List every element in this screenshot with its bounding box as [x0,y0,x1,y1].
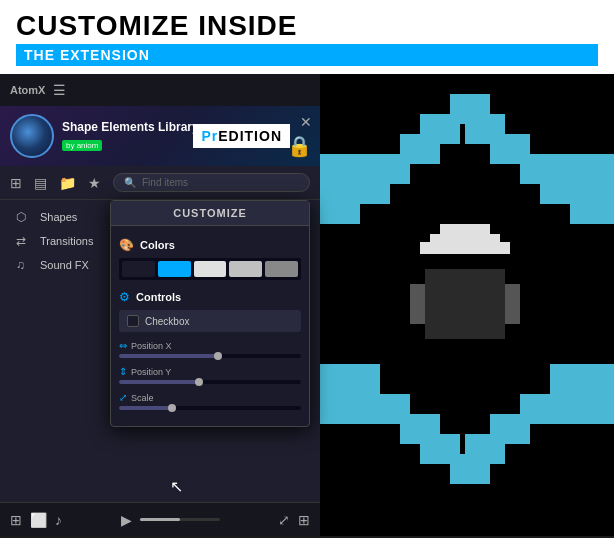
color-swatch-silver[interactable] [229,261,262,277]
svg-rect-9 [570,194,614,224]
svg-rect-17 [420,242,510,254]
checkbox[interactable] [127,315,139,327]
customize-body: 🎨 Colors ⚙ Controls [111,226,309,426]
left-panel: AtomX ☰ Shape Elements Library by aniom … [0,74,320,536]
position-y-fill [119,380,201,384]
search-placeholder: Find items [142,177,188,188]
color-swatch-light[interactable] [194,261,227,277]
color-swatch-gray[interactable] [265,261,298,277]
shapes-icon: ⬡ [16,210,32,224]
svg-rect-26 [570,364,614,424]
grid-icon[interactable]: ▤ [34,175,47,191]
colors-section-label: 🎨 Colors [119,238,301,252]
cursor: ↖ [170,477,183,496]
preview-svg [320,74,614,536]
scale-label-row: ⤢ Scale [119,392,301,403]
atomx-topbar: AtomX ☰ [0,74,320,106]
bottom-bar-center: ▶ [62,512,278,528]
extension-banner: Shape Elements Library by aniom PrEDITIO… [0,106,320,166]
color-swatch-blue[interactable] [158,261,191,277]
position-x-fill [119,354,219,358]
position-x-slider: ⇔ Position X [119,340,301,358]
position-y-icon: ⇕ [119,366,127,377]
header-banner: CUSTOMIZE INSIDE THE EXTENSION [0,0,614,74]
svg-rect-14 [460,94,490,124]
search-box[interactable]: 🔍 Find items [113,173,310,192]
progress-bar[interactable] [140,518,220,521]
position-x-track[interactable] [119,354,301,358]
sliders-icon[interactable]: ⊞ [10,175,22,191]
position-x-icon: ⇔ [119,340,127,351]
atomx-label: AtomX [10,84,45,96]
customize-panel: CUSTOMIZE 🎨 Colors ⚙ [110,200,310,427]
right-panel [320,74,614,536]
svg-rect-19 [320,364,360,424]
svg-rect-34 [425,269,505,339]
customize-header: CUSTOMIZE [111,201,309,226]
position-y-label: Position Y [131,367,171,377]
controls-section: ⚙ Controls Checkbox ⇔ Position X [119,290,301,410]
color-swatch-dark[interactable] [122,261,155,277]
scale-label: Scale [131,393,154,403]
position-y-label-row: ⇕ Position Y [119,366,301,377]
folder-icon[interactable]: 📁 [59,175,76,191]
bottom-bar: ⊞ ⬜ ♪ ▶ ⤢ ⊞ [0,502,320,536]
main-content: AtomX ☰ Shape Elements Library by aniom … [0,74,614,536]
toolbar: ⊞ ▤ 📁 ★ 🔍 Find items [0,166,320,200]
color-row [119,258,301,280]
position-x-label-row: ⇔ Position X [119,340,301,351]
colors-icon: 🎨 [119,238,134,252]
progress-fill [140,518,180,521]
position-x-label: Position X [131,341,172,351]
frame-icon[interactable]: ⬜ [30,512,47,528]
banner-logo [10,114,54,158]
sound-fx-icon: ♫ [16,258,32,272]
position-y-track[interactable] [119,380,301,384]
scale-slider: ⤢ Scale [119,392,301,410]
bottom-bar-right: ⤢ ⊞ [278,512,310,528]
svg-rect-31 [460,454,490,484]
header-subtitle-box: THE EXTENSION [16,44,598,66]
search-icon: 🔍 [124,177,136,188]
bottom-bar-left: ⊞ ⬜ ♪ [10,512,62,528]
header-subtitle: THE EXTENSION [24,47,150,63]
layers-icon[interactable]: ⊞ [10,512,22,528]
banner-close-icon[interactable]: ✕ [300,114,312,130]
play-button[interactable]: ▶ [121,512,132,528]
controls-section-label: ⚙ Controls [119,290,301,304]
scale-icon: ⤢ [119,392,127,403]
music-icon[interactable]: ♪ [55,512,62,528]
checkbox-row[interactable]: Checkbox [119,310,301,332]
scale-track[interactable] [119,406,301,410]
expand-icon[interactable]: ⤢ [278,512,290,528]
position-x-thumb[interactable] [214,352,222,360]
banner-by-tag: by aniom [62,140,102,151]
checkbox-label: Checkbox [145,316,189,327]
colors-label: Colors [140,239,175,251]
controls-icon: ⚙ [119,290,130,304]
svg-rect-2 [320,194,360,224]
position-y-thumb[interactable] [195,378,203,386]
grid2-icon[interactable]: ⊞ [298,512,310,528]
transitions-icon: ⇄ [16,234,32,248]
banner-edition: PrEDITION [193,124,290,148]
controls-label: Controls [136,291,181,303]
hamburger-icon[interactable]: ☰ [53,82,66,98]
scale-thumb[interactable] [168,404,176,412]
scale-fill [119,406,174,410]
header-title: CUSTOMIZE INSIDE [16,12,598,40]
position-y-slider: ⇕ Position Y [119,366,301,384]
star-icon[interactable]: ★ [88,175,101,191]
banner-lock-icon: 🔒 [287,134,312,158]
pr-label: Pr [201,128,218,144]
